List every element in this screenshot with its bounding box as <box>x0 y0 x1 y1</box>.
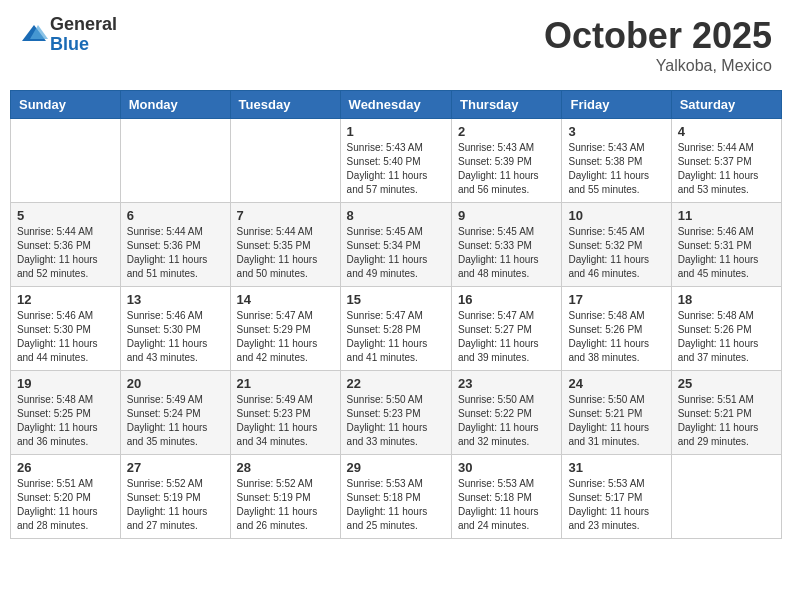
table-row: 19Sunrise: 5:48 AM Sunset: 5:25 PM Dayli… <box>11 371 121 455</box>
table-row: 12Sunrise: 5:46 AM Sunset: 5:30 PM Dayli… <box>11 287 121 371</box>
logo-text: General Blue <box>50 15 117 55</box>
calendar-week-2: 5Sunrise: 5:44 AM Sunset: 5:36 PM Daylig… <box>11 203 782 287</box>
day-number: 21 <box>237 376 334 391</box>
day-info: Sunrise: 5:46 AM Sunset: 5:31 PM Dayligh… <box>678 225 775 281</box>
col-saturday: Saturday <box>671 91 781 119</box>
col-monday: Monday <box>120 91 230 119</box>
day-number: 17 <box>568 292 664 307</box>
table-row: 3Sunrise: 5:43 AM Sunset: 5:38 PM Daylig… <box>562 119 671 203</box>
day-info: Sunrise: 5:53 AM Sunset: 5:17 PM Dayligh… <box>568 477 664 533</box>
col-sunday: Sunday <box>11 91 121 119</box>
calendar-table: Sunday Monday Tuesday Wednesday Thursday… <box>10 90 782 539</box>
day-info: Sunrise: 5:46 AM Sunset: 5:30 PM Dayligh… <box>127 309 224 365</box>
table-row: 6Sunrise: 5:44 AM Sunset: 5:36 PM Daylig… <box>120 203 230 287</box>
day-number: 31 <box>568 460 664 475</box>
table-row: 14Sunrise: 5:47 AM Sunset: 5:29 PM Dayli… <box>230 287 340 371</box>
table-row: 11Sunrise: 5:46 AM Sunset: 5:31 PM Dayli… <box>671 203 781 287</box>
table-row <box>230 119 340 203</box>
day-info: Sunrise: 5:45 AM Sunset: 5:34 PM Dayligh… <box>347 225 445 281</box>
day-number: 26 <box>17 460 114 475</box>
table-row: 16Sunrise: 5:47 AM Sunset: 5:27 PM Dayli… <box>452 287 562 371</box>
day-number: 23 <box>458 376 555 391</box>
day-info: Sunrise: 5:43 AM Sunset: 5:40 PM Dayligh… <box>347 141 445 197</box>
day-number: 24 <box>568 376 664 391</box>
title-block: October 2025 Yalkoba, Mexico <box>544 15 772 75</box>
day-info: Sunrise: 5:44 AM Sunset: 5:36 PM Dayligh… <box>17 225 114 281</box>
day-number: 11 <box>678 208 775 223</box>
day-number: 19 <box>17 376 114 391</box>
day-info: Sunrise: 5:49 AM Sunset: 5:23 PM Dayligh… <box>237 393 334 449</box>
day-number: 12 <box>17 292 114 307</box>
calendar-week-1: 1Sunrise: 5:43 AM Sunset: 5:40 PM Daylig… <box>11 119 782 203</box>
day-number: 6 <box>127 208 224 223</box>
table-row <box>120 119 230 203</box>
day-number: 25 <box>678 376 775 391</box>
table-row: 5Sunrise: 5:44 AM Sunset: 5:36 PM Daylig… <box>11 203 121 287</box>
day-info: Sunrise: 5:50 AM Sunset: 5:21 PM Dayligh… <box>568 393 664 449</box>
table-row: 9Sunrise: 5:45 AM Sunset: 5:33 PM Daylig… <box>452 203 562 287</box>
logo-general: General <box>50 15 117 35</box>
col-thursday: Thursday <box>452 91 562 119</box>
table-row: 31Sunrise: 5:53 AM Sunset: 5:17 PM Dayli… <box>562 455 671 539</box>
day-info: Sunrise: 5:52 AM Sunset: 5:19 PM Dayligh… <box>237 477 334 533</box>
table-row: 29Sunrise: 5:53 AM Sunset: 5:18 PM Dayli… <box>340 455 451 539</box>
day-number: 27 <box>127 460 224 475</box>
day-number: 20 <box>127 376 224 391</box>
day-info: Sunrise: 5:47 AM Sunset: 5:29 PM Dayligh… <box>237 309 334 365</box>
day-info: Sunrise: 5:48 AM Sunset: 5:26 PM Dayligh… <box>568 309 664 365</box>
day-info: Sunrise: 5:43 AM Sunset: 5:39 PM Dayligh… <box>458 141 555 197</box>
day-number: 10 <box>568 208 664 223</box>
table-row: 20Sunrise: 5:49 AM Sunset: 5:24 PM Dayli… <box>120 371 230 455</box>
day-number: 15 <box>347 292 445 307</box>
table-row: 15Sunrise: 5:47 AM Sunset: 5:28 PM Dayli… <box>340 287 451 371</box>
day-info: Sunrise: 5:51 AM Sunset: 5:21 PM Dayligh… <box>678 393 775 449</box>
day-number: 1 <box>347 124 445 139</box>
month-title: October 2025 <box>544 15 772 57</box>
day-info: Sunrise: 5:44 AM Sunset: 5:37 PM Dayligh… <box>678 141 775 197</box>
day-info: Sunrise: 5:50 AM Sunset: 5:23 PM Dayligh… <box>347 393 445 449</box>
table-row: 10Sunrise: 5:45 AM Sunset: 5:32 PM Dayli… <box>562 203 671 287</box>
table-row: 22Sunrise: 5:50 AM Sunset: 5:23 PM Dayli… <box>340 371 451 455</box>
table-row: 2Sunrise: 5:43 AM Sunset: 5:39 PM Daylig… <box>452 119 562 203</box>
day-info: Sunrise: 5:45 AM Sunset: 5:33 PM Dayligh… <box>458 225 555 281</box>
day-info: Sunrise: 5:47 AM Sunset: 5:28 PM Dayligh… <box>347 309 445 365</box>
calendar-header-row: Sunday Monday Tuesday Wednesday Thursday… <box>11 91 782 119</box>
day-info: Sunrise: 5:47 AM Sunset: 5:27 PM Dayligh… <box>458 309 555 365</box>
day-number: 28 <box>237 460 334 475</box>
day-number: 4 <box>678 124 775 139</box>
table-row: 28Sunrise: 5:52 AM Sunset: 5:19 PM Dayli… <box>230 455 340 539</box>
table-row <box>671 455 781 539</box>
calendar-week-5: 26Sunrise: 5:51 AM Sunset: 5:20 PM Dayli… <box>11 455 782 539</box>
day-number: 9 <box>458 208 555 223</box>
table-row: 30Sunrise: 5:53 AM Sunset: 5:18 PM Dayli… <box>452 455 562 539</box>
day-number: 30 <box>458 460 555 475</box>
day-number: 18 <box>678 292 775 307</box>
table-row <box>11 119 121 203</box>
col-wednesday: Wednesday <box>340 91 451 119</box>
table-row: 27Sunrise: 5:52 AM Sunset: 5:19 PM Dayli… <box>120 455 230 539</box>
day-number: 3 <box>568 124 664 139</box>
table-row: 18Sunrise: 5:48 AM Sunset: 5:26 PM Dayli… <box>671 287 781 371</box>
table-row: 26Sunrise: 5:51 AM Sunset: 5:20 PM Dayli… <box>11 455 121 539</box>
table-row: 21Sunrise: 5:49 AM Sunset: 5:23 PM Dayli… <box>230 371 340 455</box>
day-info: Sunrise: 5:53 AM Sunset: 5:18 PM Dayligh… <box>347 477 445 533</box>
day-info: Sunrise: 5:45 AM Sunset: 5:32 PM Dayligh… <box>568 225 664 281</box>
day-number: 14 <box>237 292 334 307</box>
day-info: Sunrise: 5:53 AM Sunset: 5:18 PM Dayligh… <box>458 477 555 533</box>
calendar-week-4: 19Sunrise: 5:48 AM Sunset: 5:25 PM Dayli… <box>11 371 782 455</box>
day-number: 16 <box>458 292 555 307</box>
day-info: Sunrise: 5:44 AM Sunset: 5:36 PM Dayligh… <box>127 225 224 281</box>
calendar-week-3: 12Sunrise: 5:46 AM Sunset: 5:30 PM Dayli… <box>11 287 782 371</box>
day-info: Sunrise: 5:50 AM Sunset: 5:22 PM Dayligh… <box>458 393 555 449</box>
day-info: Sunrise: 5:43 AM Sunset: 5:38 PM Dayligh… <box>568 141 664 197</box>
day-info: Sunrise: 5:48 AM Sunset: 5:26 PM Dayligh… <box>678 309 775 365</box>
table-row: 4Sunrise: 5:44 AM Sunset: 5:37 PM Daylig… <box>671 119 781 203</box>
table-row: 24Sunrise: 5:50 AM Sunset: 5:21 PM Dayli… <box>562 371 671 455</box>
day-number: 7 <box>237 208 334 223</box>
table-row: 7Sunrise: 5:44 AM Sunset: 5:35 PM Daylig… <box>230 203 340 287</box>
table-row: 17Sunrise: 5:48 AM Sunset: 5:26 PM Dayli… <box>562 287 671 371</box>
logo-icon <box>20 21 48 49</box>
table-row: 13Sunrise: 5:46 AM Sunset: 5:30 PM Dayli… <box>120 287 230 371</box>
day-number: 8 <box>347 208 445 223</box>
day-info: Sunrise: 5:49 AM Sunset: 5:24 PM Dayligh… <box>127 393 224 449</box>
